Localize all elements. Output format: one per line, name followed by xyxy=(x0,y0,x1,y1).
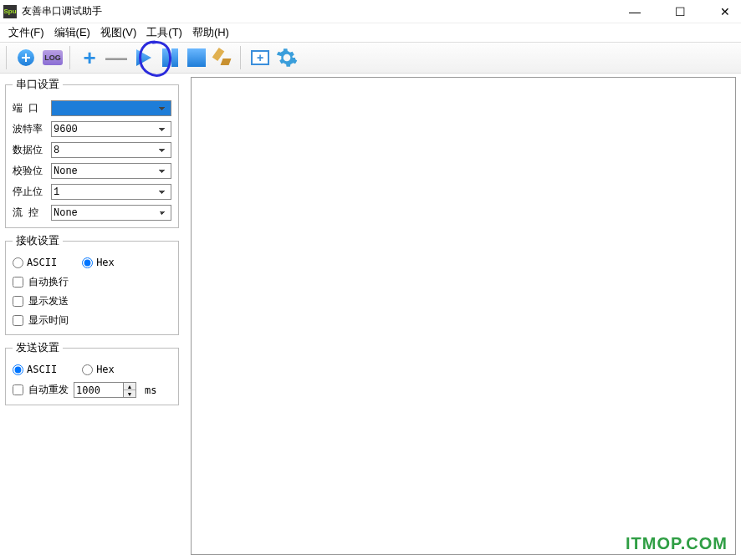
content-area: 串口设置 端 口 波特率 9600 数据位 8 校验位 None 停止位 1 xyxy=(0,74,741,560)
minimize-button[interactable]: ― xyxy=(622,5,647,18)
toolbar-separator xyxy=(69,46,73,69)
stop-icon xyxy=(187,48,206,67)
close-button[interactable]: ✕ xyxy=(713,5,738,18)
send-hex-radio[interactable]: Hex xyxy=(82,364,115,375)
menu-tools[interactable]: 工具(T) xyxy=(143,23,186,42)
new-connection-button[interactable] xyxy=(13,45,38,70)
plus-icon: + xyxy=(83,47,95,69)
autoresend-label: 自动重发 xyxy=(28,383,69,397)
plus-circle-icon xyxy=(18,49,34,66)
broom-icon xyxy=(215,48,232,67)
toolbar-separator xyxy=(240,46,243,69)
log-icon: LOG xyxy=(43,50,63,65)
autoresend-checkbox[interactable] xyxy=(13,384,23,395)
recv-hex-radio[interactable]: Hex xyxy=(82,257,115,268)
log-button[interactable]: LOG xyxy=(40,45,65,70)
showtime-label: 显示时间 xyxy=(28,313,69,328)
interval-unit: ms xyxy=(145,384,156,396)
left-panel: 串口设置 端 口 波特率 9600 数据位 8 校验位 None 停止位 1 xyxy=(0,74,182,560)
showsend-checkbox[interactable] xyxy=(13,296,23,307)
menubar: 文件(F) 编辑(E) 视图(V) 工具(T) 帮助(H) xyxy=(0,23,741,42)
send-settings-legend: 发送设置 xyxy=(13,340,63,355)
add-button[interactable]: + xyxy=(77,45,102,70)
port-select[interactable] xyxy=(51,100,171,116)
autowrap-checkbox[interactable] xyxy=(13,277,23,288)
svg-marker-0 xyxy=(136,49,151,66)
stopbits-label: 停止位 xyxy=(13,185,46,199)
menu-file[interactable]: 文件(F) xyxy=(5,23,48,42)
settings-button[interactable] xyxy=(274,45,299,70)
recv-ascii-label: ASCII xyxy=(27,257,57,268)
databits-select[interactable]: 8 xyxy=(51,142,171,158)
serial-settings-group: 串口设置 端 口 波特率 9600 数据位 8 校验位 None 停止位 1 xyxy=(5,77,179,228)
titlebar: Spu 友善串口调试助手 ― ☐ ✕ xyxy=(0,0,741,23)
receive-settings-legend: 接收设置 xyxy=(13,233,63,248)
toolbar: LOG + — + xyxy=(0,42,741,74)
stopbits-select[interactable]: 1 xyxy=(51,184,171,200)
remove-button[interactable]: — xyxy=(104,45,129,70)
pause-button[interactable] xyxy=(157,45,182,70)
spinner-buttons[interactable]: ▲▼ xyxy=(124,382,136,398)
send-ascii-radio[interactable]: ASCII xyxy=(13,364,57,375)
databits-label: 数据位 xyxy=(13,143,46,157)
stop-button[interactable] xyxy=(184,45,209,70)
showtime-checkbox[interactable] xyxy=(13,315,23,326)
menu-help[interactable]: 帮助(H) xyxy=(189,23,233,42)
pause-icon xyxy=(162,48,178,67)
tab-plus-icon: + xyxy=(251,50,269,65)
flowcontrol-label: 流 控 xyxy=(13,206,46,220)
clear-button[interactable] xyxy=(211,45,236,70)
minus-icon: — xyxy=(105,47,127,69)
window-title: 友善串口调试助手 xyxy=(22,4,102,18)
menu-view[interactable]: 视图(V) xyxy=(97,23,140,42)
port-label: 端 口 xyxy=(13,101,46,115)
interval-input[interactable] xyxy=(74,382,124,398)
output-textarea[interactable] xyxy=(191,77,736,555)
serial-settings-legend: 串口设置 xyxy=(13,77,63,92)
receive-settings-group: 接收设置 ASCII Hex 自动换行 显示发送 显示时间 xyxy=(5,233,179,335)
spin-up-icon[interactable]: ▲ xyxy=(124,383,135,390)
parity-label: 校验位 xyxy=(13,164,46,178)
send-settings-group: 发送设置 ASCII Hex 自动重发 ▲▼ ms xyxy=(5,340,179,405)
spin-down-icon[interactable]: ▼ xyxy=(124,390,135,397)
new-tab-button[interactable]: + xyxy=(248,45,273,70)
toolbar-separator xyxy=(6,46,9,69)
watermark: ITMOP.COM xyxy=(626,534,728,553)
send-hex-label: Hex xyxy=(96,364,115,375)
menu-edit[interactable]: 编辑(E) xyxy=(51,23,94,42)
gear-icon xyxy=(276,47,298,69)
recv-ascii-radio[interactable]: ASCII xyxy=(13,257,57,268)
send-ascii-label: ASCII xyxy=(27,364,57,375)
app-icon: Spu xyxy=(3,5,17,18)
play-button[interactable] xyxy=(130,45,156,70)
play-icon xyxy=(133,48,153,68)
showsend-label: 显示发送 xyxy=(28,294,69,308)
recv-hex-label: Hex xyxy=(96,257,115,268)
baud-select[interactable]: 9600 xyxy=(51,121,171,137)
parity-select[interactable]: None xyxy=(51,163,171,179)
interval-spinner[interactable]: ▲▼ xyxy=(74,382,136,398)
window-controls: ― ☐ ✕ xyxy=(622,5,738,18)
baud-label: 波特率 xyxy=(13,122,46,136)
autowrap-label: 自动换行 xyxy=(28,275,69,289)
flowcontrol-select[interactable]: None xyxy=(51,205,171,221)
maximize-button[interactable]: ☐ xyxy=(667,5,692,18)
